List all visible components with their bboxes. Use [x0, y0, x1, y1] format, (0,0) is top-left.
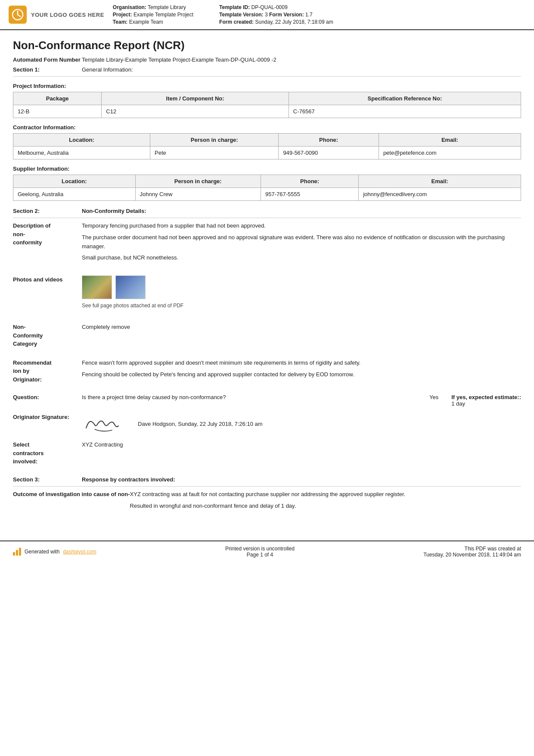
project-table-header-row: Package Item / Component No: Specificati… [13, 92, 521, 105]
bar-2 [16, 550, 18, 556]
template-version-value: 3 [265, 12, 268, 18]
question-answer: Yes [429, 394, 438, 407]
photos-row: Photos and videos See full page photos a… [13, 275, 521, 317]
ifyes-value: 1 day [451, 400, 465, 407]
project-col-spec: Specification Reference No: [289, 92, 521, 105]
nc-category-label: Non-ConformityCategory [13, 323, 82, 348]
team-label: Team: [113, 19, 127, 25]
supplier-phone: 957-767-5555 [261, 188, 359, 201]
footer-print-line1: Printed version is uncontrolled [225, 546, 295, 552]
outcome-label: Outcome of investigation into cause of n… [13, 490, 130, 513]
signature-row: Originator Signature: Dave Hodgson, Sund… [13, 413, 521, 434]
project-package: 12-B [13, 105, 102, 118]
project-data-row: 12-B C12 C-76567 [13, 105, 521, 118]
contractor-email: pete@petefence.com [379, 147, 521, 159]
supplier-col-email: Email: [359, 175, 521, 188]
section3-title: Response by contractors involved: [82, 476, 175, 483]
header-meta: Organisation: Template Library Project: … [113, 4, 525, 25]
project-col-item: Item / Component No: [102, 92, 289, 105]
divider-1 [13, 76, 521, 77]
section2-label: Section 2: [13, 208, 82, 214]
contractor-col-location: Location: [13, 134, 150, 147]
signature-content: Dave Hodgson, Sunday, 22 July 2018, 7:26… [82, 413, 263, 434]
header-meta-right: Template ID: DP-QUAL-0009 Template Versi… [219, 4, 333, 25]
supplier-data-row: Geelong, Australia Johnny Crew 957-767-5… [13, 188, 521, 201]
org-line: Organisation: Template Library [113, 4, 193, 10]
form-created-value: Sunday, 22 July 2018, 7:18:09 am [255, 19, 333, 25]
team-value: Example Team [129, 19, 163, 25]
contractors-row: Selectcontractorsinvolved: XYZ Contracti… [13, 440, 521, 470]
recommendation-label: Recommendation byOriginator: [13, 359, 82, 384]
question-text: Is there a project time delay caused by … [82, 394, 416, 407]
supplier-col-person: Person in charge: [135, 175, 261, 188]
form-number-value: Template Library-Example Template Projec… [82, 56, 276, 63]
description-row: Description ofnon-conformity Temporary f… [13, 222, 521, 269]
supplier-col-phone: Phone: [261, 175, 359, 188]
supplier-location: Geelong, Australia [13, 188, 136, 201]
supplier-person: Johnny Crew [135, 188, 261, 201]
signature-signer: Dave Hodgson, Sunday, 22 July 2018, 7:26… [138, 421, 263, 427]
contractor-person: Pete [150, 147, 279, 159]
contractor-info-table: Location: Person in charge: Phone: Email… [13, 133, 521, 159]
form-version-label: Form Version: [269, 12, 304, 18]
signature-label: Originator Signature: [13, 413, 82, 422]
logo-icon [9, 6, 27, 24]
outcome-value: XYZ contracting was at fault for not con… [130, 490, 521, 513]
photos-label: Photos and videos [13, 275, 82, 312]
question-label: Question: [13, 394, 82, 400]
section1-row: Section 1: General Information: [13, 66, 521, 73]
org-value: Template Library [148, 4, 186, 10]
photo-thumb-2 [115, 275, 146, 299]
section3-row: Section 3: Response by contractors invol… [13, 476, 521, 483]
template-id-label: Template ID: [219, 4, 250, 10]
form-number-row: Automated Form Number Template Library-E… [13, 56, 521, 63]
project-line: Project: Example Template Project [113, 12, 193, 18]
dashpivot-link[interactable]: dashpivot.com [63, 549, 96, 555]
template-version-line: Template Version: 3 Form Version: 1.7 [219, 12, 333, 18]
template-id-value: DP-QUAL-0009 [251, 4, 288, 10]
section2-row: Section 2: Non-Conformity Details: [13, 208, 521, 214]
footer-center: Printed version is uncontrolled Page 1 o… [225, 546, 295, 558]
outcome-para2: Resulted in wrongful and non-conformant … [130, 502, 521, 511]
ifyes-label: If yes, expected estimate:: [451, 394, 521, 400]
generated-text: Generated with [25, 549, 59, 555]
document-title: Non-Conformance Report (NCR) [13, 39, 521, 52]
form-number-label: Automated Form Number [13, 56, 82, 63]
question-row: Question: Is there a project time delay … [13, 394, 521, 407]
nc-category-row: Non-ConformityCategory Completely remove [13, 323, 521, 353]
question-content: Is there a project time delay caused by … [82, 394, 521, 407]
description-para2: The purchase order document had not been… [82, 233, 521, 251]
supplier-col-location: Location: [13, 175, 136, 188]
contractor-col-email: Email: [379, 134, 521, 147]
description-label: Description ofnon-conformity [13, 222, 82, 265]
project-label: Project: [113, 12, 132, 18]
photo-container [82, 275, 521, 299]
photo-thumb-1 [82, 275, 112, 299]
contractor-col-person: Person in charge: [150, 134, 279, 147]
main-content: Non-Conformance Report (NCR) Automated F… [0, 30, 534, 532]
form-version-value: 1.7 [305, 12, 313, 18]
section3-label: Section 3: [13, 476, 82, 483]
footer-right: This PDF was created at Tuesday, 20 Nove… [423, 546, 521, 558]
document-header: YOUR LOGO GOES HERE Organisation: Templa… [0, 0, 534, 30]
supplier-header-row: Location: Person in charge: Phone: Email… [13, 175, 521, 188]
contractors-label: Selectcontractorsinvolved: [13, 440, 82, 466]
contractor-header-row: Location: Person in charge: Phone: Email… [13, 134, 521, 147]
contractor-data-row: Melbourne, Australia Pete 949-567-0090 p… [13, 147, 521, 159]
team-line: Team: Example Team [113, 19, 193, 25]
supplier-info-title: Supplier Information: [13, 166, 521, 172]
logo-area: YOUR LOGO GOES HERE [9, 4, 104, 25]
contractor-phone: 949-567-0090 [279, 147, 379, 159]
divider-2 [13, 218, 521, 218]
form-created-label: Form created: [219, 19, 254, 25]
logo-text: YOUR LOGO GOES HERE [31, 12, 104, 18]
recommendation-row: Recommendation byOriginator: Fence wasn'… [13, 359, 521, 388]
supplier-info-table: Location: Person in charge: Phone: Email… [13, 175, 521, 201]
project-spec: C-76567 [289, 105, 521, 118]
photos-caption: See full page photos attached at end of … [82, 302, 521, 310]
photos-value: See full page photos attached at end of … [82, 275, 521, 312]
contractor-location: Melbourne, Australia [13, 147, 150, 159]
recommendation-para1: Fence wasn't form approved supplier and … [82, 359, 521, 368]
description-value: Temporary fencing purchased from a suppl… [82, 222, 521, 265]
outcome-para1: XYZ contracting was at fault for not con… [130, 490, 521, 499]
